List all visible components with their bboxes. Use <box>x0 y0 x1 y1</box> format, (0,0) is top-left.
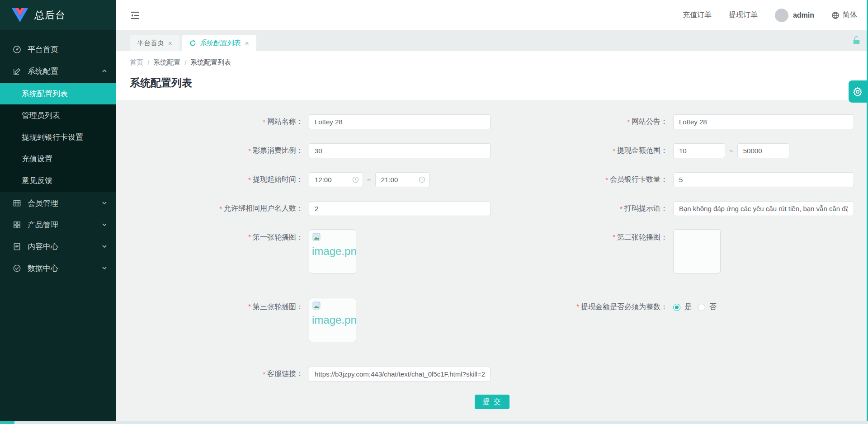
required-marker: * <box>248 233 251 240</box>
breadcrumb: 首页 / 系统配置 / 系统配置列表 <box>130 58 868 67</box>
breadcrumb-section: 首页 / 系统配置 / 系统配置列表 系统配置列表 <box>116 51 868 100</box>
breadcrumb-separator: / <box>147 59 149 66</box>
sidebar-item-label: 提现到银行卡设置 <box>22 132 83 142</box>
withdraw-start-time-input[interactable] <box>309 172 363 187</box>
sidebar-item-recharge-settings[interactable]: 充值设置 <box>0 148 116 170</box>
field-label-lottery-ratio: *彩票消费比例： <box>116 136 309 165</box>
config-form: *网站名称： *网站公告： *彩票消费比例： *提现金额范围： ~ <box>116 107 868 388</box>
field-label-site-name: *网站名称： <box>116 107 309 136</box>
radio-option-no[interactable]: 否 <box>698 302 717 312</box>
sidebar-item-label: 意见反馈 <box>22 175 52 186</box>
sidebar-item-label: 会员管理 <box>28 198 102 208</box>
gear-icon <box>852 86 863 97</box>
sidebar-item-product-management[interactable]: 产品管理 <box>0 214 116 236</box>
chevron-down-icon <box>102 244 107 249</box>
sidebar-item-system-config-list[interactable]: 系统配置列表 <box>0 83 116 104</box>
required-marker: * <box>219 205 222 212</box>
sidebar-item-data-center[interactable]: 数据中心 <box>0 257 116 279</box>
bank-card-count-input[interactable] <box>673 172 854 187</box>
breadcrumb-separator: / <box>184 59 186 66</box>
banner1-upload-box[interactable]: image.png <box>309 229 356 273</box>
tab-system-config-list[interactable]: 系统配置列表 × <box>182 35 256 51</box>
close-tab-icon[interactable]: × <box>168 39 172 47</box>
sidebar-menu: 平台首页 系统配置 系统配置列表 管理员列表 提现到银行卡设置 <box>0 30 116 424</box>
field-label-withdraw-time: *提现起始时间： <box>116 165 309 194</box>
field-label-banner3: *第三张轮播图： <box>116 298 309 359</box>
bet-tip-input[interactable] <box>673 201 854 216</box>
sidebar-item-label: 内容中心 <box>28 241 102 252</box>
withdraw-orders-link[interactable]: 提现订单 <box>729 10 758 20</box>
sidebar-item-system-config[interactable]: 系统配置 <box>0 60 116 82</box>
field-label-site-notice: *网站公告： <box>494 107 673 136</box>
radio-selected-icon[interactable] <box>673 304 680 311</box>
required-marker: * <box>613 147 615 155</box>
required-marker: * <box>248 147 251 155</box>
page-title: 系统配置列表 <box>130 67 868 100</box>
field-label-withdraw-range: *提现金额范围： <box>494 136 673 165</box>
document-icon <box>13 242 21 251</box>
sidebar-item-label: 数据中心 <box>28 263 102 273</box>
globe-icon <box>831 11 840 19</box>
banner3-upload-box[interactable]: image.png <box>309 298 356 342</box>
sidebar-item-feedback[interactable]: 意见反馈 <box>0 170 116 191</box>
tab-platform-home[interactable]: 平台首页 × <box>130 35 179 51</box>
field-label-same-name-count: *允许绑相同用户名人数： <box>116 194 309 223</box>
sidebar-item-member-management[interactable]: 会员管理 <box>0 192 116 214</box>
refresh-icon[interactable] <box>189 40 196 47</box>
user-menu[interactable]: admin <box>775 9 814 22</box>
scrollbar-thumb[interactable] <box>0 421 14 424</box>
lottery-ratio-input[interactable] <box>309 143 491 158</box>
withdraw-max-input[interactable] <box>737 143 789 158</box>
tab-label: 系统配置列表 <box>200 39 241 47</box>
sidebar-item-admin-list[interactable]: 管理员列表 <box>0 104 116 126</box>
field-label-bank-card-count: *会员银行卡数量： <box>494 165 673 194</box>
radio-option-yes[interactable]: 是 <box>673 302 692 312</box>
grid-icon <box>13 221 21 229</box>
horizontal-scrollbar[interactable] <box>0 421 868 424</box>
sidebar-item-content-center[interactable]: 内容中心 <box>0 236 116 257</box>
required-marker: * <box>576 302 579 310</box>
dashboard-icon <box>13 45 21 54</box>
withdraw-end-time-input[interactable] <box>375 172 429 187</box>
close-tab-icon[interactable]: × <box>245 39 249 47</box>
vue-logo-icon <box>12 8 28 23</box>
site-notice-input[interactable] <box>673 114 854 129</box>
breadcrumb-home[interactable]: 首页 <box>130 58 143 67</box>
sidebar-item-withdraw-card-settings[interactable]: 提现到银行卡设置 <box>0 126 116 148</box>
tab-bar: 平台首页 × 系统配置列表 × <box>116 30 868 51</box>
range-separator: ~ <box>729 147 733 155</box>
app-window: 总后台 平台首页 系统配置 系统配置列表 管理员列 <box>0 0 868 424</box>
sidebar-item-label: 产品管理 <box>28 220 102 230</box>
same-name-count-input[interactable] <box>309 201 491 216</box>
language-switcher[interactable]: 简体 <box>831 10 857 20</box>
topbar-right: 充值订单 提现订单 admin 简体 <box>683 9 857 22</box>
required-marker: * <box>248 302 251 310</box>
breadcrumb-system-config[interactable]: 系统配置 <box>153 58 180 67</box>
required-marker: * <box>613 233 615 240</box>
theme-settings-button[interactable] <box>849 80 867 103</box>
time-picker-start[interactable] <box>309 172 363 187</box>
banner1-alt-text: image.png <box>312 245 356 258</box>
username-label: admin <box>793 11 814 19</box>
banner2-upload-box[interactable] <box>673 229 721 273</box>
required-marker: * <box>263 370 265 378</box>
service-link-input[interactable] <box>309 367 491 382</box>
withdraw-min-input[interactable] <box>673 143 725 158</box>
topbar: 充值订单 提现订单 admin 简体 <box>116 0 868 30</box>
unlock-icon[interactable] <box>852 36 861 45</box>
radio-unselected-icon[interactable] <box>698 304 705 311</box>
submit-button[interactable]: 提 交 <box>475 395 509 409</box>
collapse-sidebar-icon[interactable] <box>130 10 141 21</box>
site-name-input[interactable] <box>309 114 491 129</box>
sidebar-item-label: 管理员列表 <box>22 110 60 121</box>
recharge-orders-link[interactable]: 充值订单 <box>683 10 712 20</box>
sidebar-item-dashboard[interactable]: 平台首页 <box>0 38 116 60</box>
chevron-down-icon <box>102 200 107 206</box>
broken-image-icon <box>312 301 321 310</box>
language-label: 简体 <box>843 10 857 20</box>
time-picker-end[interactable] <box>375 172 429 187</box>
sidebar-submenu-system-config: 系统配置列表 管理员列表 提现到银行卡设置 充值设置 意见反馈 <box>0 82 116 192</box>
integer-required-radio-group: 是 否 <box>673 302 717 312</box>
broken-image-icon <box>312 232 321 241</box>
required-marker: * <box>605 176 608 184</box>
